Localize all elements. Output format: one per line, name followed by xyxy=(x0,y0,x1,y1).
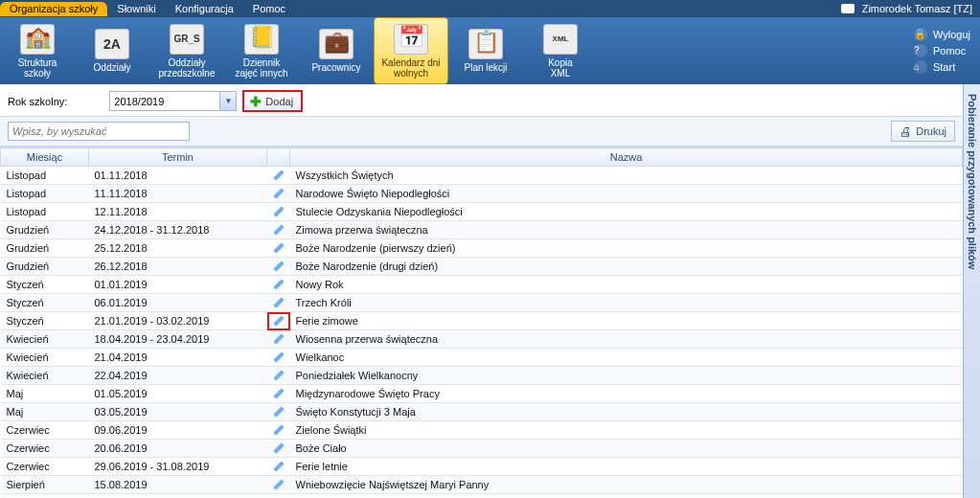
calendar-grid: Miesiąc Termin Nazwa Listopad01.11.2018W… xyxy=(0,147,963,498)
cell-term: 20.06.2019 xyxy=(89,440,267,458)
col-name-header[interactable]: Nazwa xyxy=(290,148,963,167)
cell-month: Styczeń xyxy=(1,294,89,312)
table-row[interactable]: Listopad12.11.2018Stulecie Odzyskania Ni… xyxy=(1,203,963,221)
table-row[interactable]: Listopad11.11.2018Narodowe Święto Niepod… xyxy=(1,185,963,203)
cell-term: 06.01.2019 xyxy=(89,294,267,312)
menubar-tab[interactable]: Pomoc xyxy=(243,2,295,16)
ribbon-button-label: Plan lekcji xyxy=(464,62,507,73)
ribbon-button[interactable]: Kalendarz dniwolnych xyxy=(374,17,448,84)
ribbon-button-label: Oddziałyprzedszkolne xyxy=(159,57,216,79)
table-row[interactable]: Maj01.05.2019Międzynarodowe Święto Pracy xyxy=(1,385,963,403)
home-icon xyxy=(914,60,927,74)
ribbon-link[interactable]: Start xyxy=(914,60,970,74)
col-term-header[interactable]: Termin xyxy=(89,148,267,167)
cell-month: Listopad xyxy=(1,185,89,203)
cell-name: Ferie letnie xyxy=(290,458,963,476)
ribbon-button[interactable]: Oddziałyprzedszkolne xyxy=(149,17,224,84)
cell-term: 25.12.2018 xyxy=(89,239,267,258)
table-row[interactable]: Grudzień24.12.2018 - 31.12.2018Zimowa pr… xyxy=(1,221,963,239)
cell-month: Kwiecień xyxy=(1,330,89,349)
cell-term: 18.04.2019 - 23.04.2019 xyxy=(89,330,267,349)
cell-term: 01.05.2019 xyxy=(89,385,267,403)
ribbon-button-label: Kalendarz dniwolnych xyxy=(381,57,440,79)
col-month-header[interactable]: Miesiąc xyxy=(1,148,89,167)
table-row[interactable]: Sierpień15.08.2019Wniebowzięcie Najświęt… xyxy=(1,476,963,494)
cell-term: 03.05.2019 xyxy=(89,403,267,421)
cell-term: 24.12.2018 - 31.12.2018 xyxy=(89,221,267,239)
menubar-tab[interactable]: Konfiguracja xyxy=(166,2,243,16)
ribbon-button[interactable]: Pracownicy xyxy=(299,17,374,84)
cell-term: 09.06.2019 xyxy=(89,421,267,440)
cell-month: Czerwiec xyxy=(1,440,89,458)
ribbon-icon xyxy=(468,29,503,59)
side-panel-tab[interactable]: Pobieranie przygotowanych plików xyxy=(963,84,980,498)
cell-name: Międzynarodowe Święto Pracy xyxy=(290,385,963,403)
ribbon-button[interactable]: Strukturaszkoły xyxy=(0,17,75,84)
ribbon-button[interactable]: KopiaXML xyxy=(523,17,598,84)
cell-month: Maj xyxy=(1,385,89,403)
edit-cell[interactable] xyxy=(267,476,290,494)
print-button[interactable]: Drukuj xyxy=(891,121,955,142)
ribbon: StrukturaszkołyOddziałyOddziałyprzedszko… xyxy=(0,17,980,84)
print-button-label: Drukuj xyxy=(916,125,946,137)
ribbon-link[interactable]: Wyloguj xyxy=(914,28,970,41)
cell-name: Stulecie Odzyskania Niepodległości xyxy=(290,203,963,221)
table-row[interactable]: Styczeń06.01.2019Trzech Króli xyxy=(1,294,963,312)
chat-icon[interactable] xyxy=(841,4,855,13)
cell-name: Wiosenna przerwa świąteczna xyxy=(290,330,963,349)
username: Zimorodek Tomasz [TZ] xyxy=(862,3,980,14)
cell-name: Wniebowzięcie Najświętszej Maryi Panny xyxy=(290,476,963,494)
chevron-down-icon[interactable]: ▼ xyxy=(219,92,236,110)
cell-term: 01.01.2019 xyxy=(89,276,267,294)
ribbon-icon xyxy=(170,24,204,55)
table-row[interactable]: Czerwiec09.06.2019Zielone Świątki xyxy=(1,421,963,440)
table-row[interactable]: Listopad01.11.2018Wszystkich Świętych xyxy=(1,167,963,185)
cell-month: Czerwiec xyxy=(1,458,89,476)
year-combo[interactable]: 2018/2019 ▼ xyxy=(109,91,237,111)
cell-month: Listopad xyxy=(1,167,89,185)
table-row[interactable]: Czerwiec20.06.2019Boże Ciało xyxy=(1,440,963,458)
cell-term: 11.11.2018 xyxy=(89,185,267,203)
table-row[interactable]: Kwiecień22.04.2019Poniedziałek Wielkanoc… xyxy=(1,367,963,385)
ribbon-button[interactable]: Dziennikzajęć innych xyxy=(224,17,299,84)
table-row[interactable]: Styczeń21.01.2019 - 03.02.2019Ferie zimo… xyxy=(1,312,963,330)
table-row[interactable]: Maj03.05.2019Święto Konstytucji 3 Maja xyxy=(1,403,963,421)
ribbon-button-label: Strukturaszkoły xyxy=(18,57,57,79)
ribbon-link[interactable]: Pomoc xyxy=(914,44,970,57)
search-input[interactable] xyxy=(8,122,190,141)
cell-month: Listopad xyxy=(1,203,89,221)
ribbon-button-label: KopiaXML xyxy=(548,57,573,79)
ribbon-icon xyxy=(543,24,578,55)
side-panel-label: Pobieranie przygotowanych plików xyxy=(967,94,978,269)
cell-term: 29.06.2019 - 31.08.2019 xyxy=(89,458,267,476)
cell-month: Styczeń xyxy=(1,276,89,294)
lock-icon xyxy=(914,28,927,41)
ribbon-icon xyxy=(244,24,279,55)
table-row[interactable]: Czerwiec29.06.2019 - 31.08.2019Ferie let… xyxy=(1,458,963,476)
ribbon-button[interactable]: Oddziały xyxy=(75,17,149,84)
ribbon-button-label: Pracownicy xyxy=(311,62,360,73)
cell-term: 21.01.2019 - 03.02.2019 xyxy=(89,312,267,330)
table-row[interactable]: Grudzień25.12.2018Boże Narodzenie (pierw… xyxy=(1,239,963,258)
plus-icon: ✚ xyxy=(250,97,262,106)
menubar-tab[interactable]: Słowniki xyxy=(107,2,165,16)
ribbon-button[interactable]: Plan lekcji xyxy=(448,17,523,84)
toolbar-year: Rok szkolny: 2018/2019 ▼ ✚ Dodaj xyxy=(0,84,963,117)
cell-name: Nowy Rok xyxy=(290,276,963,294)
cell-name: Poniedziałek Wielkanocny xyxy=(290,367,963,385)
table-row[interactable]: Styczeń01.01.2019Nowy Rok xyxy=(1,276,963,294)
year-value: 2018/2019 xyxy=(114,96,164,107)
cell-term: 22.04.2019 xyxy=(89,367,267,385)
cell-month: Czerwiec xyxy=(1,421,89,440)
menubar-tab[interactable]: Organizacja szkoły xyxy=(0,2,107,16)
cell-name: Boże Narodzenie (pierwszy dzień) xyxy=(290,239,963,258)
cell-month: Grudzień xyxy=(1,221,89,239)
cell-name: Boże Ciało xyxy=(290,440,963,458)
table-row[interactable]: Kwiecień21.04.2019Wielkanoc xyxy=(1,349,963,367)
cell-name: Zimowa przerwa świąteczna xyxy=(290,221,963,239)
table-row[interactable]: Grudzień26.12.2018Boże Narodzenie (drugi… xyxy=(1,258,963,276)
toolbar-search: Drukuj xyxy=(0,117,963,147)
add-button[interactable]: ✚ Dodaj xyxy=(242,90,303,112)
ribbon-icon xyxy=(95,29,129,59)
table-row[interactable]: Kwiecień18.04.2019 - 23.04.2019Wiosenna … xyxy=(1,330,963,349)
